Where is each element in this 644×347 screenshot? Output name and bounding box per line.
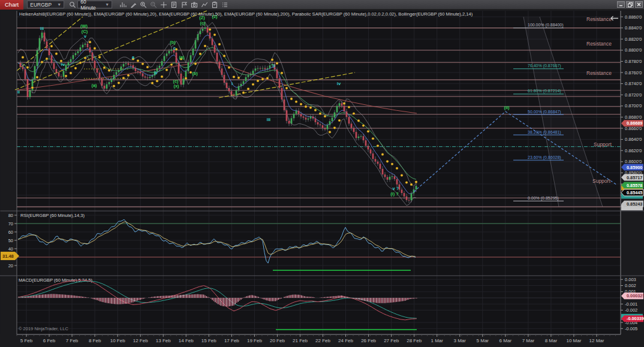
svg-text:5 Feb: 5 Feb — [20, 338, 33, 343]
svg-text:iv: iv — [337, 81, 341, 86]
drawing-tools-icon[interactable] — [128, 1, 138, 9]
indicator-label: HeikenAshi8(EURGBP (60 Minute)), EMA(EUR… — [19, 11, 473, 17]
svg-text:c: c — [173, 46, 176, 51]
svg-text:ii: ii — [273, 63, 275, 68]
svg-text:Resistance: Resistance — [586, 41, 612, 47]
svg-text:12 Feb: 12 Feb — [133, 338, 148, 343]
svg-text:5 Mar: 5 Mar — [477, 338, 489, 343]
svg-text:iii: iii — [267, 117, 270, 122]
toolbar-icons — [118, 1, 230, 9]
svg-text:7 Mar: 7 Mar — [522, 338, 535, 343]
svg-text:0.8600'0: 0.8600'0 — [625, 159, 642, 164]
svg-text:0.85717: 0.85717 — [627, 175, 642, 180]
svg-text:6 Feb: 6 Feb — [43, 338, 56, 343]
svg-text:1 Mar: 1 Mar — [431, 338, 443, 343]
interval-select[interactable]: 60 Minute ▼ — [77, 1, 112, 8]
zoom-in-icon[interactable] — [138, 1, 148, 9]
svg-text:23.60% (0.86028): 23.60% (0.86028) — [528, 155, 561, 160]
tab-chart[interactable]: Chart — [0, 0, 23, 10]
svg-text:40: 40 — [8, 246, 13, 252]
svg-text:15 Feb: 15 Feb — [201, 338, 216, 343]
svg-text:Resistance: Resistance — [586, 70, 612, 76]
svg-text:80: 80 — [8, 213, 13, 218]
svg-text:-0.005: -0.005 — [625, 326, 637, 331]
svg-text:76.40% (0.87667): 76.40% (0.87667) — [528, 64, 561, 68]
svg-text:Support: Support — [592, 178, 610, 184]
zoom-out-icon[interactable] — [148, 1, 158, 9]
minimize-button[interactable] — [617, 1, 625, 8]
chart-window: Chart EURGBP ▼ 60 Minute ▼ 100.00% (0.88… — [0, 0, 644, 347]
svg-text:0.000325: 0.000325 — [627, 293, 644, 298]
svg-text:-0.002: -0.002 — [625, 307, 637, 313]
interval-value: 60 Minute — [80, 0, 101, 11]
crosshair-icon[interactable] — [158, 1, 168, 9]
svg-text:0.85900: 0.85900 — [627, 165, 642, 170]
svg-text:12 Mar: 12 Mar — [589, 338, 604, 343]
svg-text:10 Mar: 10 Mar — [567, 338, 582, 343]
svg-text:0.8640'0: 0.8640'0 — [625, 137, 642, 142]
svg-text:50.00% (0.86847): 50.00% (0.86847) — [528, 110, 561, 114]
svg-text:0.85445: 0.85445 — [627, 190, 642, 195]
svg-text:(c): (c) — [200, 20, 206, 26]
chart-style-icon[interactable] — [118, 1, 128, 9]
svg-text:b: b — [155, 70, 158, 76]
svg-text:0.8860'0: 0.8860'0 — [625, 14, 642, 20]
report-icon[interactable] — [209, 1, 219, 9]
svg-text:8 Mar: 8 Mar — [545, 338, 558, 343]
svg-text:19 Feb: 19 Feb — [247, 338, 262, 343]
svg-text:17 Feb: 17 Feb — [224, 338, 239, 343]
svg-text:21 Feb: 21 Feb — [293, 338, 308, 343]
svg-text:RSI(EURGBP (60 Minute),14,3): RSI(EURGBP (60 Minute),14,3) — [20, 213, 85, 218]
flag-icon[interactable] — [179, 1, 189, 9]
svg-text:ii: ii — [17, 89, 20, 95]
svg-text:HeikenAshi8(EURGBP (60 Minute): HeikenAshi8(EURGBP (60 Minute)), EMA(EUR… — [19, 11, 473, 17]
chevron-down-icon: ▼ — [57, 2, 61, 7]
svg-text:20 Feb: 20 Feb — [270, 338, 285, 343]
svg-text:© 2019 NinjaTrader, LLC: © 2019 NinjaTrader, LLC — [19, 326, 68, 331]
chart-canvas[interactable]: 100.00% (0.88400)76.40% (0.87667)61.80% … — [0, 10, 644, 347]
svg-text:70: 70 — [8, 221, 13, 227]
svg-text:i: i — [231, 81, 233, 86]
svg-text:iii: iii — [40, 26, 44, 31]
svg-text:28 Feb: 28 Feb — [407, 338, 422, 343]
svg-text:0.003: 0.003 — [625, 277, 636, 282]
svg-text:0.85243: 0.85243 — [627, 201, 642, 207]
svg-text:iv: iv — [61, 62, 65, 67]
svg-text:60: 60 — [8, 230, 13, 235]
svg-text:(ii): (ii) — [504, 105, 510, 110]
svg-text:Support: Support — [594, 141, 612, 147]
restore-button[interactable] — [626, 1, 634, 8]
svg-text:v ?: v ? — [393, 186, 399, 191]
svg-text:0.8800'0: 0.8800'0 — [625, 47, 642, 53]
svg-text:0.8760'0: 0.8760'0 — [625, 70, 642, 76]
svg-text:0.8840'0: 0.8840'0 — [625, 25, 642, 31]
snapshot-icon[interactable] — [189, 1, 199, 9]
svg-text:8 Feb: 8 Feb — [89, 338, 101, 343]
svg-text:100.00% (0.88400): 100.00% (0.88400) — [528, 23, 564, 28]
svg-text:7 Feb: 7 Feb — [66, 338, 79, 343]
data-box-icon[interactable] — [168, 1, 179, 9]
svg-text:50: 50 — [8, 238, 13, 243]
svg-text:-0.00339: -0.00339 — [627, 316, 644, 321]
svg-text:24 Feb: 24 Feb — [338, 338, 353, 343]
svg-text:10 Feb: 10 Feb — [110, 338, 125, 343]
svg-text:(a): (a) — [179, 55, 185, 60]
chart-area: 100.00% (0.88400)76.40% (0.87667)61.80% … — [0, 10, 644, 347]
toolbar: Chart EURGBP ▼ 60 Minute ▼ — [0, 0, 644, 10]
svg-text:0.00% (0.85295): 0.00% (0.85295) — [528, 196, 559, 201]
trendline-icon[interactable] — [199, 1, 209, 9]
properties-icon[interactable] — [219, 1, 230, 9]
search-icon[interactable] — [67, 1, 77, 9]
svg-text:61.80% (0.87214): 61.80% (0.87214) — [528, 89, 561, 93]
svg-text:(a): (a) — [91, 83, 97, 88]
svg-text:0.002: 0.002 — [625, 283, 636, 288]
svg-text:22 Feb: 22 Feb — [315, 338, 330, 343]
close-button[interactable] — [635, 1, 643, 8]
instrument-select[interactable]: EURGBP ▼ — [27, 1, 64, 8]
svg-text:(b): (b) — [170, 40, 176, 45]
svg-text:0.8740'0: 0.8740'0 — [625, 81, 642, 86]
svg-text:Resistance: Resistance — [586, 16, 612, 22]
svg-text:0.8720'0: 0.8720'0 — [625, 92, 642, 98]
svg-text:(b): (b) — [192, 71, 198, 76]
svg-text:0.86689: 0.86689 — [627, 120, 642, 126]
